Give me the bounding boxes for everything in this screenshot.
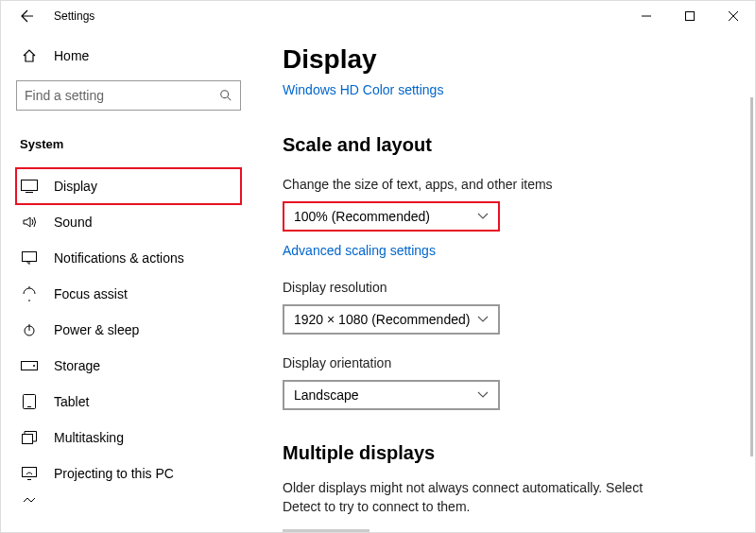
sidebar-item-projecting[interactable]: Projecting to this PC	[16, 456, 241, 491]
tablet-icon	[20, 394, 39, 409]
projecting-icon	[20, 467, 39, 480]
window-title: Settings	[54, 9, 94, 23]
sidebar-item-label: Notifications & actions	[54, 250, 184, 266]
home-icon	[20, 48, 39, 63]
generic-icon	[20, 494, 39, 509]
svg-rect-0	[686, 12, 695, 21]
sidebar-item-power-sleep[interactable]: Power & sleep	[16, 312, 241, 348]
home-nav[interactable]: Home	[16, 39, 241, 73]
resolution-label: Display resolution	[283, 280, 729, 295]
sidebar-item-focus-assist[interactable]: Focus assist	[16, 276, 241, 312]
search-input-container[interactable]	[16, 80, 241, 111]
search-input[interactable]	[25, 88, 219, 103]
sidebar-item-storage[interactable]: Storage	[16, 348, 241, 384]
sidebar-item-label: Multitasking	[54, 430, 124, 445]
scale-dropdown[interactable]: 100% (Recommended)	[283, 201, 500, 232]
multitasking-icon	[20, 431, 39, 444]
maximize-icon	[685, 11, 695, 21]
orientation-dropdown[interactable]: Landscape	[283, 380, 500, 410]
scrollbar[interactable]	[750, 97, 753, 456]
scale-layout-heading: Scale and layout	[283, 134, 729, 156]
sidebar-item-label: Display	[54, 179, 97, 194]
display-icon	[20, 180, 39, 193]
close-button[interactable]	[712, 1, 755, 31]
chevron-down-icon	[477, 316, 489, 323]
sidebar-item-label: Focus assist	[54, 286, 128, 301]
sidebar-item-label: Tablet	[54, 394, 89, 409]
sidebar-item-partial[interactable]	[16, 491, 241, 512]
sidebar-item-notifications[interactable]: Notifications & actions	[16, 240, 241, 276]
minimize-icon	[642, 11, 651, 21]
sidebar-item-label: Storage	[54, 358, 100, 373]
focus-assist-icon	[20, 286, 39, 301]
search-icon	[219, 89, 232, 102]
notifications-icon	[20, 251, 39, 265]
resolution-dropdown[interactable]: 1920 × 1080 (Recommended)	[283, 304, 500, 335]
storage-icon	[20, 361, 39, 370]
hd-color-link[interactable]: Windows HD Color settings	[283, 82, 443, 97]
orientation-label: Display orientation	[283, 355, 729, 370]
sidebar-item-label: Projecting to this PC	[54, 466, 174, 481]
back-button[interactable]	[16, 5, 39, 27]
multiple-displays-text: Older displays might not always connect …	[283, 479, 679, 516]
svg-rect-8	[23, 435, 33, 444]
page-title: Display	[283, 44, 729, 75]
svg-point-1	[221, 91, 229, 98]
advanced-scaling-link[interactable]: Advanced scaling settings	[283, 243, 436, 258]
power-icon	[20, 322, 39, 337]
scale-label: Change the size of text, apps, and other…	[283, 177, 729, 192]
close-icon	[729, 11, 738, 21]
resolution-value: 1920 × 1080 (Recommended)	[294, 312, 470, 327]
chevron-down-icon	[477, 391, 489, 399]
scale-value: 100% (Recommended)	[294, 209, 430, 224]
sidebar-item-label: Sound	[54, 215, 92, 230]
orientation-value: Landscape	[294, 387, 359, 403]
chevron-down-icon	[477, 213, 489, 220]
maximize-button[interactable]	[668, 1, 712, 31]
multiple-displays-heading: Multiple displays	[283, 442, 729, 464]
detect-button[interactable]: Detect	[283, 529, 369, 532]
category-label: System	[16, 137, 241, 151]
svg-point-6	[33, 365, 35, 367]
svg-rect-2	[22, 181, 38, 191]
sidebar-item-multitasking[interactable]: Multitasking	[16, 420, 241, 456]
sound-icon	[20, 215, 39, 230]
sidebar-item-tablet[interactable]: Tablet	[16, 384, 241, 420]
sidebar-item-label: Power & sleep	[54, 322, 139, 337]
sidebar-item-sound[interactable]: Sound	[16, 204, 241, 240]
home-label: Home	[54, 48, 89, 63]
svg-rect-3	[23, 252, 37, 262]
sidebar-item-display[interactable]: Display	[16, 168, 241, 204]
arrow-left-icon	[20, 9, 35, 24]
minimize-button[interactable]	[625, 1, 668, 31]
